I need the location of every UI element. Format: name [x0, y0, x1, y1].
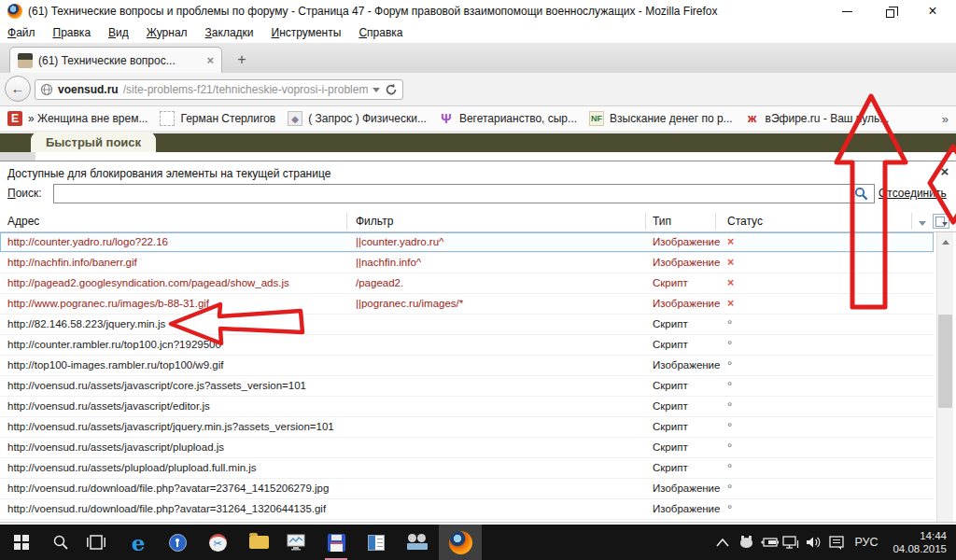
battery-icon [760, 537, 779, 548]
resource-monitor-button[interactable] [276, 525, 316, 560]
table-row[interactable]: http://voensud.ru/assets/javascript/jque… [0, 417, 934, 438]
reload-icon[interactable] [385, 83, 398, 96]
bookmark-item[interactable]: ΨВегетарианство, сыр... [439, 111, 577, 126]
table-row[interactable]: http://voensud.ru/assets/javascript/core… [0, 376, 934, 397]
table-row[interactable]: http://voensud.ru/assets/plupload/pluplo… [0, 458, 934, 479]
menu-item[interactable]: Справка [358, 26, 402, 39]
restore-button[interactable] [874, 0, 906, 22]
table-row[interactable]: http://voensud.ru/assets/javascript/plup… [0, 438, 934, 458]
language-indicator[interactable]: РУС [850, 525, 883, 560]
bookmark-label: Вегетарианство, сыр... [459, 112, 577, 125]
panel-search-icon[interactable] [854, 187, 868, 201]
column-header-address[interactable]: Адрес [7, 215, 39, 228]
movie-maker-button[interactable] [398, 525, 437, 560]
panel-close-icon[interactable]: × [935, 163, 954, 180]
abp-blockable-items-panel: Доступные для блокирования элементы на т… [0, 161, 956, 523]
url-dropdown-icon[interactable] [373, 88, 380, 92]
volume-indicator[interactable] [803, 525, 825, 560]
menu-item[interactable]: Вид [108, 26, 129, 39]
tab-favicon [18, 53, 33, 68]
table-row[interactable]: http://nachfin.info/banerr.gif||nachfin.… [0, 253, 934, 273]
vertical-scrollbar[interactable] [936, 232, 953, 522]
table-row[interactable]: http://82.146.58.223/jquery.min.jsСкрипт… [0, 315, 934, 335]
row-type: Скрипт [653, 417, 688, 437]
bookmark-item[interactable]: жвЭфире.ru - Ваш пуль... [745, 111, 890, 126]
speaker-icon [806, 536, 822, 549]
tray-app-button[interactable] [737, 525, 755, 560]
table-row[interactable]: http://pagead2.googlesyndication.com/pag… [0, 273, 934, 294]
page-content-strip [0, 152, 956, 161]
documents-app-button[interactable] [357, 525, 396, 560]
taskbar-firefox-icon [449, 531, 472, 554]
task-view-button[interactable] [77, 525, 116, 560]
bookmark-label: » Женщина вне врем... [28, 112, 148, 125]
table-row[interactable]: http://voensud.ru/assets/javascript/edit… [0, 397, 934, 417]
menu-bar: ФайлПравкаВидЖурналЗакладкиИнструментыСп… [0, 22, 956, 43]
url-bar[interactable]: voensud.ru /site-problems-f21/tehnichesk… [35, 79, 403, 100]
menu-item[interactable]: Инструменты [272, 26, 342, 39]
taskbar-firefox-button[interactable] [441, 525, 480, 560]
column-picker-icon[interactable] [933, 214, 949, 229]
scrollbar-thumb[interactable] [938, 315, 952, 408]
action-center-button[interactable] [826, 525, 847, 560]
row-type: Изображение [653, 232, 720, 252]
close-window-button[interactable]: × [917, 0, 949, 22]
column-header-status[interactable]: Статус [727, 215, 763, 228]
detach-link[interactable]: Отсоединить [879, 187, 947, 200]
keepass-icon [169, 534, 187, 552]
row-status-icon: × [727, 232, 734, 252]
taskbar-search-button[interactable] [41, 525, 80, 560]
row-status-icon: ° [727, 335, 732, 355]
bookmark-label: ( Запрос ) Физически... [308, 112, 427, 125]
clock[interactable]: 14:44 04.08.2015 [883, 525, 950, 560]
menu-item[interactable]: Журнал [147, 26, 188, 39]
e-badge-icon: E [7, 111, 22, 126]
battery-indicator[interactable] [758, 525, 780, 560]
row-filter: /pagead2. [356, 273, 403, 293]
table-row[interactable]: http://top100-images.rambler.ru/top100/w… [0, 356, 934, 376]
row-filter: ||nachfin.info^ [356, 253, 421, 273]
row-filter: ||pogranec.ru/images/* [356, 294, 463, 314]
new-tab-button[interactable]: + [230, 50, 254, 71]
tab-close-icon[interactable]: × [206, 53, 214, 67]
save-app-button[interactable] [316, 525, 356, 560]
bookmark-item[interactable]: E» Женщина вне врем... [7, 111, 148, 126]
start-button[interactable] [2, 525, 41, 560]
tab-active[interactable]: (61) Технические вопрос... × [9, 47, 222, 73]
row-status-icon: ° [727, 376, 732, 396]
table-row[interactable]: http://voensud.ru/download/file.php?avat… [0, 499, 934, 520]
row-address: http://pagead2.googlesyndication.com/pag… [7, 273, 289, 293]
file-explorer-button[interactable] [239, 525, 278, 560]
keepass-button[interactable] [158, 525, 197, 560]
column-header-filter[interactable]: Фильтр [356, 215, 393, 228]
bookmark-item[interactable]: ◆( Запрос ) Физически... [288, 111, 427, 126]
bookmarks-overflow-icon[interactable]: » [942, 112, 949, 126]
minimize-button[interactable] [831, 0, 863, 22]
column-header-type[interactable]: Тип [653, 215, 671, 228]
floppy-icon [328, 534, 345, 552]
table-row[interactable]: http://www.pogranec.ru/images/b-88-31.gi… [0, 294, 934, 315]
snipping-tool-button[interactable]: ✂ [198, 525, 237, 560]
row-type: Скрипт [653, 273, 688, 293]
bookmark-item[interactable]: NFВзыскание денег по р... [589, 111, 733, 126]
scrollbar-up-icon[interactable] [937, 234, 953, 248]
edge-button[interactable]: e [119, 525, 158, 560]
menu-item[interactable]: Файл [7, 26, 35, 39]
tab-title: (61) Технические вопрос... [38, 54, 201, 67]
row-status-icon: ° [727, 315, 732, 334]
back-button[interactable]: ← [5, 76, 31, 102]
network-indicator[interactable] [780, 525, 801, 560]
bookmark-item[interactable]: Герман Стерлигов [160, 111, 275, 126]
quick-search-tab[interactable]: Быстрый поиск [31, 132, 156, 152]
menu-item[interactable]: Правка [53, 26, 91, 39]
table-row[interactable]: http://voensud.ru/download/file.php?avat… [0, 479, 934, 499]
table-row[interactable]: http://counter.rambler.ru/top100.jcn?192… [0, 335, 934, 356]
tray-expand-button[interactable] [712, 525, 733, 560]
flower-icon: Ψ [439, 111, 454, 126]
sort-indicator-icon [919, 221, 926, 226]
table-row[interactable]: http://counter.yadro.ru/logo?22.16||coun… [0, 232, 934, 253]
row-type: Скрипт [653, 397, 688, 416]
nf-badge-icon: NF [589, 111, 604, 126]
menu-item[interactable]: Закладки [205, 26, 254, 39]
panel-search-input[interactable] [53, 184, 875, 203]
